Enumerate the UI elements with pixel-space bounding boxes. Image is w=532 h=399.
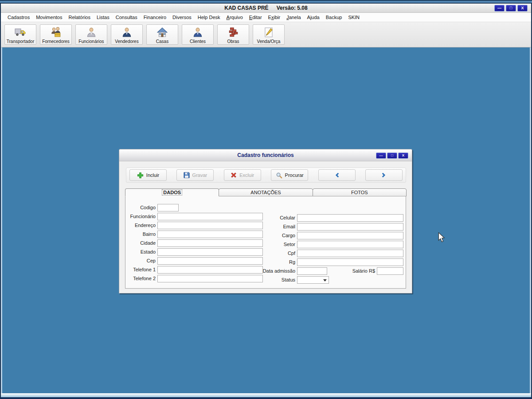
telefone2-input[interactable] <box>157 275 263 282</box>
toolbar-label: Funcionários <box>78 39 104 44</box>
toolbar-label: Venda/Orça <box>257 39 281 44</box>
menu-item-janela[interactable]: Janela <box>283 14 304 21</box>
toolbar-label: Clientes <box>190 39 206 44</box>
funcionario-label: Funcionário <box>126 214 156 219</box>
incluir-label: Incluir <box>146 172 159 178</box>
bairro-input[interactable] <box>157 231 263 238</box>
form-row: Celular <box>261 213 403 222</box>
salario-label: Salário R$ <box>327 268 375 274</box>
toolbar-button-transportador[interactable]: Transportador <box>4 24 36 45</box>
form-row: Email <box>261 222 403 231</box>
tab-anotacoes[interactable]: ANOTAÇÕES <box>219 188 313 196</box>
toolbar-button-vendedores[interactable]: Vendedores <box>111 24 143 45</box>
floppy-icon <box>184 172 190 178</box>
dialog-close-button[interactable]: X <box>398 153 408 159</box>
status-dropdown[interactable] <box>297 276 329 284</box>
window-top-band <box>0 0 532 4</box>
email-input[interactable] <box>297 223 403 231</box>
telefone1-input[interactable] <box>157 266 263 274</box>
setor-label: Setor <box>261 242 295 247</box>
gravar-label: Gravar <box>192 172 207 178</box>
data-admissao-label: Data admissão <box>261 268 295 274</box>
menu-item-backup[interactable]: Backup <box>323 14 345 21</box>
mouse-cursor <box>438 232 445 244</box>
house-icon <box>156 26 168 39</box>
toolbar-label: Fornecedores <box>42 39 70 44</box>
menu-item-cadastros[interactable]: Cadastros <box>4 14 33 21</box>
app-title: KAD CASAS PRÉ <box>224 5 268 11</box>
menu-item-help-desk[interactable]: Help Desk <box>195 14 223 21</box>
app-version: Versão: 5.08 <box>277 5 308 11</box>
close-button[interactable]: X <box>517 5 528 12</box>
menu-item-skin[interactable]: SKIN <box>345 14 363 21</box>
window-controls: — □ X <box>494 5 528 12</box>
next-record-button[interactable] <box>365 169 403 181</box>
endereco-input[interactable] <box>157 222 263 229</box>
suppliers-icon <box>50 26 62 39</box>
tab-fotos[interactable]: FOTOS <box>313 188 407 196</box>
toolbar-button-fornecedores[interactable]: Fornecedores <box>40 24 72 45</box>
procurar-button[interactable]: Procurar <box>271 169 308 181</box>
form-row: Telefone 1 <box>126 265 265 274</box>
dialog-command-bar: Incluir Gravar Excluir Procurar <box>126 168 406 183</box>
gravar-button[interactable]: Gravar <box>176 169 214 181</box>
form-row: Cep <box>126 256 265 265</box>
chevron-left-icon <box>334 172 340 178</box>
menu-item-arquivo[interactable]: Arquivo <box>223 14 246 21</box>
employee-icon <box>86 26 97 39</box>
funcionario-input[interactable] <box>157 213 263 220</box>
dialog-window-controls: — □ X <box>376 153 408 159</box>
toolbar-button-clientes[interactable]: Clientes <box>182 24 214 45</box>
previous-record-button[interactable] <box>318 169 356 181</box>
menu-item-listas[interactable]: Listas <box>94 14 113 21</box>
cep-input[interactable] <box>157 257 263 265</box>
toolbar-button-casas[interactable]: Casas <box>146 24 178 45</box>
codigo-input[interactable] <box>157 204 179 211</box>
menu-item-financeiro[interactable]: Financeiro <box>141 14 169 21</box>
menu-item-movimentos[interactable]: Movimentos <box>33 14 65 21</box>
dialog-maximize-button[interactable]: □ <box>387 153 397 159</box>
title-bar: KAD CASAS PRÉ Versão: 5.08 — □ X <box>1 4 531 13</box>
cpf-input[interactable] <box>297 250 403 257</box>
dialog-minimize-button[interactable]: — <box>376 153 386 159</box>
celular-label: Celular <box>261 215 295 220</box>
telefone2-label: Telefone 2 <box>126 276 156 281</box>
chevron-down-icon <box>323 279 327 282</box>
endereco-label: Endereço <box>126 223 156 228</box>
tab-dados[interactable]: DADOS <box>125 188 219 196</box>
excluir-button[interactable]: Excluir <box>224 169 261 181</box>
codigo-label: Codigo <box>126 205 156 210</box>
plus-icon <box>137 172 144 179</box>
rg-input[interactable] <box>297 258 403 266</box>
cep-label: Cep <box>126 258 156 263</box>
toolbar-button-funcionarios[interactable]: Funcionários <box>75 24 107 45</box>
celular-input[interactable] <box>297 214 403 222</box>
form-row: Cidade <box>126 239 265 247</box>
minimize-button[interactable]: — <box>494 5 505 12</box>
menu-item-ajuda[interactable]: Ajuda <box>304 14 323 21</box>
incluir-button[interactable]: Incluir <box>129 169 167 181</box>
cargo-input[interactable] <box>297 232 403 239</box>
maximize-button[interactable]: □ <box>506 5 516 12</box>
setor-input[interactable] <box>297 241 403 248</box>
form-row: Data admissão Salário R$ <box>261 266 403 275</box>
menu-item-diversos[interactable]: Diversos <box>169 14 195 21</box>
data-admissao-input[interactable] <box>297 267 327 275</box>
toolbar-button-obras[interactable]: Obras <box>217 24 249 45</box>
menu-item-exibir[interactable]: Exibir <box>265 14 284 21</box>
toolbar-label: Casas <box>156 39 168 44</box>
form-row: Codigo <box>126 203 265 212</box>
salario-input[interactable] <box>377 267 403 275</box>
menu-item-editar[interactable]: Editar <box>246 14 265 21</box>
window-frame-bottom <box>0 397 532 399</box>
estado-input[interactable] <box>157 248 263 256</box>
form-row: Endereço <box>126 221 265 230</box>
window-frame-left-inner <box>1 47 2 394</box>
toolbar-button-venda-orca[interactable]: Venda/Orça <box>253 24 285 45</box>
cidade-input[interactable] <box>157 239 263 247</box>
procurar-label: Procurar <box>285 172 304 178</box>
email-label: Email <box>261 224 295 229</box>
menu-item-consultas[interactable]: Consultas <box>113 14 141 21</box>
toolbar-label: Vendedores <box>115 39 138 44</box>
menu-item-relatorios[interactable]: Relatórios <box>65 14 94 21</box>
